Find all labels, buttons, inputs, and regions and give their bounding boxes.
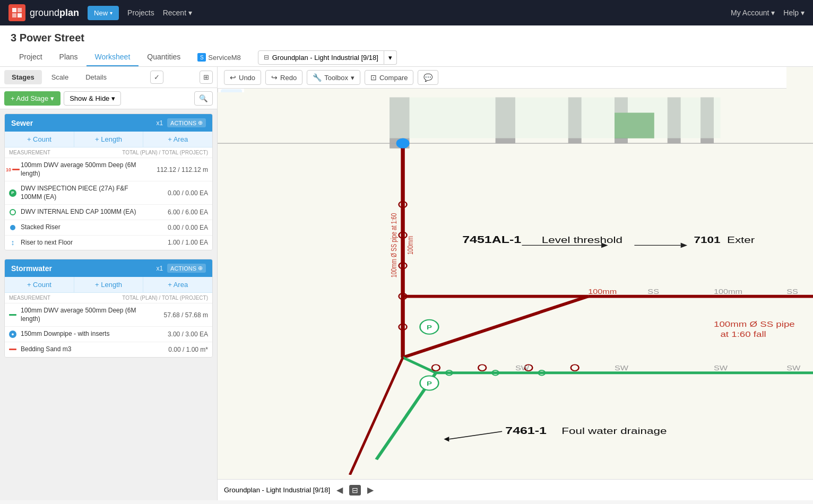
measure-total-3: 6.00 / 6.00 EA [155, 208, 208, 216]
measure-icon-3 [9, 208, 16, 216]
svg-rect-0 [12, 8, 16, 12]
comment-button[interactable]: 💬 [418, 70, 438, 85]
table-row: ↕ Riser to next Floor 1.00 / 1.00 EA [5, 236, 212, 250]
measure-name-sw2: 150mm Downpipe - with inserts [21, 330, 151, 338]
sidebar-tab-stages[interactable]: Stages [4, 70, 42, 84]
measure-total-1: 112.12 / 112.12 m [155, 166, 208, 173]
main-layout: Stages Scale Details ✓ ⊞ + Add Stage ▾ S… [0, 67, 813, 500]
measure-total-sw1: 57.68 / 57.68 m [155, 311, 208, 319]
left-sidebar: Stages Scale Details ✓ ⊞ + Add Stage ▾ S… [0, 67, 218, 500]
prev-page-button[interactable]: ◀ [334, 484, 345, 496]
tab-bar: Project Plans Worksheet Quantities S Ser… [11, 48, 802, 66]
svg-rect-2 [12, 13, 16, 18]
svg-text:P: P [427, 324, 432, 331]
map-canvas[interactable]: 100mm Ø SS pipe at 1:60 100mm P [218, 92, 813, 475]
stormwater-measurement-table: MEASUREMENT TOTAL (PLAN) / TOTAL (PROJEC… [5, 293, 212, 357]
svg-text:SS: SS [647, 288, 659, 296]
svg-text:100mm: 100mm [588, 288, 617, 296]
svg-text:7101: 7101 [694, 234, 721, 245]
logo-icon [8, 4, 25, 21]
help-link[interactable]: Help ▾ [783, 8, 805, 17]
measure-name-2: DWV INSPECTION PIECE (27A) F&F 100MM (EA… [21, 185, 151, 201]
svg-text:7461-1: 7461-1 [505, 425, 547, 437]
table-row: DWV INTERNAL END CAP 100MM (EA) 6.00 / 6… [5, 205, 212, 220]
measure-name-sw3: Bedding Sand m3 [21, 345, 151, 354]
show-hide-button[interactable]: Show & Hide ▾ [64, 91, 121, 106]
table-row: ● 150mm Downpipe - with inserts 3.00 / 3… [5, 327, 212, 342]
tab-quantities[interactable]: Quantities [139, 48, 189, 66]
table-row: Bedding Sand m3 0.00 / 1.00 m* [5, 342, 212, 357]
svg-text:at 1:60 fall: at 1:60 fall [720, 330, 766, 338]
undo-button[interactable]: ↩ Undo [224, 70, 261, 85]
svg-rect-12 [390, 98, 720, 138]
toolbox-button[interactable]: 🔧 Toolbox ▾ [307, 70, 360, 85]
sidebar-tab-details[interactable]: Details [78, 70, 114, 84]
sidebar-tab-scale[interactable]: Scale [44, 70, 76, 84]
plan-svg: 100mm Ø SS pipe at 1:60 100mm P [218, 92, 813, 475]
svg-text:Foul water drainage: Foul water drainage [561, 426, 667, 436]
measure-total-sw2: 3.00 / 3.00 EA [155, 331, 208, 338]
next-page-button[interactable]: ▶ [365, 484, 376, 496]
my-account-link[interactable]: My Account ▾ [731, 8, 775, 17]
map-bottom-bar: Groundplan - Light Industrial [9/18] ◀ ⊟… [218, 479, 813, 500]
svg-text:Exter: Exter [727, 234, 755, 245]
stormwater-add-length[interactable]: + Length [74, 277, 144, 292]
tab-worksheet[interactable]: Worksheet [87, 48, 139, 66]
recent-link[interactable]: Recent ▾ [163, 8, 192, 17]
svg-text:100mm Ø SS pipe: 100mm Ø SS pipe [714, 320, 795, 328]
svg-rect-4 [218, 92, 813, 475]
sewer-add-length[interactable]: + Length [74, 132, 144, 147]
plan-selector-caret[interactable]: ▾ [384, 50, 397, 65]
svg-text:P: P [427, 380, 432, 387]
sewer-add-area[interactable]: + Area [143, 132, 212, 147]
table-row: 100mm DWV average 500mm Deep (6M length)… [5, 303, 212, 327]
tab-plans[interactable]: Plans [51, 48, 87, 66]
sidebar-grid-btn[interactable]: ⊞ [200, 71, 213, 84]
add-stage-button[interactable]: + Add Stage ▾ [4, 91, 60, 106]
sewer-table-header: MEASUREMENT TOTAL (PLAN) / TOTAL (PROJEC… [5, 147, 212, 158]
svg-rect-1 [18, 8, 22, 12]
new-button[interactable]: New ▾ [88, 6, 119, 20]
stage-sewer-multiplier: x1 [156, 119, 163, 127]
plan-selector-button[interactable]: ⊟ Groundplan - Light Industrial [9/18] [258, 50, 384, 65]
stormwater-table-header: MEASUREMENT TOTAL (PLAN) / TOTAL (PROJEC… [5, 293, 212, 303]
tab-service8[interactable]: S ServiceM8 [189, 49, 249, 66]
measure-icon-sw2: ● [9, 331, 16, 338]
edit-toolbar: ↩ Undo ↪ Redo 🔧 Toolbox ▾ ⊡ Compare 💬 [218, 67, 786, 89]
svg-text:SW: SW [515, 364, 529, 372]
sewer-measurement-table: MEASUREMENT TOTAL (PLAN) / TOTAL (PROJEC… [5, 147, 212, 250]
sidebar-toolbar: Stages Scale Details ✓ ⊞ [0, 67, 217, 88]
pages-icon[interactable]: ⊟ [349, 485, 361, 496]
tab-project[interactable]: Project [11, 48, 51, 66]
search-button[interactable]: 🔍 [194, 91, 213, 106]
measure-name-3: DWV INTERNAL END CAP 100MM (EA) [21, 208, 151, 216]
svg-text:100mm: 100mm [714, 288, 742, 296]
projects-link[interactable]: Projects [127, 8, 154, 17]
measure-total-5: 1.00 / 1.00 EA [155, 239, 208, 246]
map-area[interactable]: ↩ Undo ↪ Redo 🔧 Toolbox ▾ ⊡ Compare 💬 [218, 67, 813, 500]
stage-sewer-actions[interactable]: ACTIONS ⊕ [167, 118, 206, 127]
top-nav: groundplan New ▾ Projects Recent ▾ My Ac… [0, 0, 813, 25]
table-row: P DWV INSPECTION PIECE (27A) F&F 100MM (… [5, 181, 212, 205]
stormwater-add-area[interactable]: + Area [143, 277, 212, 292]
stormwater-add-count[interactable]: + Count [5, 277, 74, 292]
svg-text:SW: SW [786, 364, 800, 372]
sidebar-check-btn[interactable]: ✓ [150, 71, 163, 84]
measure-name-4: Stacked Riser [21, 223, 151, 232]
compare-button[interactable]: ⊡ Compare [365, 70, 413, 85]
stage-stormwater-name: Stormwater [11, 264, 156, 273]
table-row: Stacked Riser 0.00 / 0.00 EA [5, 220, 212, 236]
service8-icon: S [197, 53, 206, 62]
bottom-plan-label: Groundplan - Light Industrial [9/18] [224, 486, 330, 494]
stage-stormwater-actions[interactable]: ACTIONS ⊕ [167, 264, 206, 273]
app-logo: groundplan [8, 4, 79, 21]
redo-button[interactable]: ↪ Redo [265, 70, 302, 85]
sewer-add-count[interactable]: + Count [5, 132, 74, 147]
stage-sewer-name: Sewer [11, 119, 156, 127]
measure-icon-1: 10 [9, 166, 16, 173]
measure-name-1: 100mm DWV average 500mm Deep (6M length) [21, 161, 151, 178]
measure-total-4: 0.00 / 0.00 EA [155, 224, 208, 231]
svg-point-33 [396, 138, 410, 149]
stage-stormwater-header: Stormwater x1 ACTIONS ⊕ [5, 259, 212, 277]
measure-icon-sw1 [9, 311, 16, 319]
